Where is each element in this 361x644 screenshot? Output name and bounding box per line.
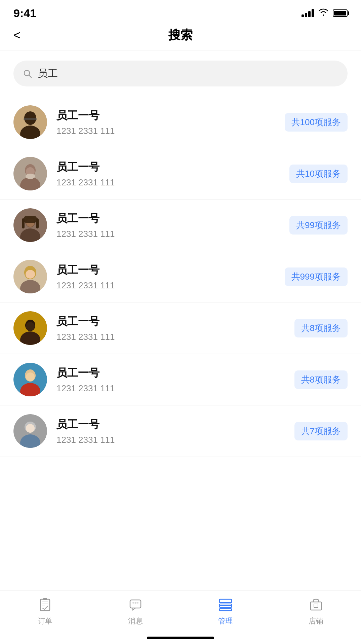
avatar (13, 414, 47, 448)
search-input[interactable]: 员工 (38, 67, 58, 80)
service-badge: 共8项服务 (294, 370, 348, 389)
employee-info: 员工一号 1231 2331 111 (56, 366, 294, 394)
nav-item-messages[interactable]: 消息 (90, 596, 181, 626)
employee-info: 员工一号 1231 2331 111 (56, 211, 289, 239)
employee-list: 员工一号 1231 2331 111 共100项服务 员工一号 1231 233… (0, 93, 361, 460)
avatar (13, 157, 47, 190)
svg-rect-48 (314, 604, 318, 607)
svg-rect-39 (130, 600, 141, 608)
employee-info: 员工一号 1231 2331 111 (56, 314, 294, 342)
status-time: 9:41 (13, 7, 36, 20)
avatar (13, 363, 47, 396)
nav-label-messages: 消息 (128, 616, 143, 626)
employee-phone: 1231 2331 111 (56, 229, 289, 239)
wifi-icon (318, 8, 329, 19)
list-item[interactable]: 员工一号 1231 2331 111 共7项服务 (0, 405, 361, 457)
messages-icon (127, 596, 144, 613)
signal-icon (302, 9, 314, 17)
svg-rect-47 (311, 602, 321, 610)
nav-item-orders[interactable]: 订单 (0, 596, 90, 626)
orders-icon (36, 596, 54, 613)
svg-rect-17 (22, 218, 25, 228)
back-button[interactable]: < (13, 28, 21, 42)
service-badge: 共99项服务 (289, 216, 348, 235)
avatar (13, 311, 47, 345)
svg-rect-16 (24, 216, 37, 223)
list-item[interactable]: 员工一号 1231 2331 111 共8项服务 (0, 302, 361, 354)
avatar (13, 208, 47, 242)
svg-line-1 (29, 75, 32, 77)
svg-point-30 (26, 372, 35, 381)
service-badge: 共10项服务 (289, 165, 348, 183)
list-item[interactable]: 员工一号 1231 2331 111 共8项服务 (0, 354, 361, 405)
employee-name: 员工一号 (56, 314, 294, 329)
nav-label-manage: 管理 (218, 616, 233, 626)
employee-phone: 1231 2331 111 (56, 383, 294, 394)
nav-label-shop: 店铺 (309, 616, 323, 626)
bottom-nav: 订单 消息 管理 店铺 (0, 590, 361, 644)
search-icon (23, 69, 32, 78)
svg-rect-45 (219, 609, 232, 611)
status-icons (302, 8, 348, 19)
employee-phone: 1231 2331 111 (56, 177, 289, 188)
service-badge: 共8项服务 (294, 319, 348, 337)
page-title: 搜索 (168, 27, 193, 43)
nav-item-shop[interactable]: 店铺 (271, 596, 361, 626)
svg-point-0 (24, 70, 30, 76)
svg-rect-18 (36, 218, 39, 228)
nav-item-manage[interactable]: 管理 (180, 596, 271, 626)
employee-name: 员工一号 (56, 160, 289, 175)
manage-icon (217, 596, 234, 613)
page-header: < 搜索 (0, 24, 361, 50)
svg-rect-43 (219, 599, 232, 603)
employee-phone: 1231 2331 111 (56, 332, 294, 342)
service-badge: 共999项服务 (285, 267, 348, 286)
employee-phone: 1231 2331 111 (56, 280, 285, 291)
employee-name: 员工一号 (56, 366, 294, 381)
list-item[interactable]: 员工一号 1231 2331 111 共99项服务 (0, 200, 361, 251)
employee-info: 员工一号 1231 2331 111 (56, 108, 285, 136)
employee-name: 员工一号 (56, 108, 285, 123)
avatar (13, 260, 47, 293)
service-badge: 共7项服务 (294, 422, 348, 440)
employee-name: 员工一号 (56, 263, 285, 278)
home-indicator (147, 637, 214, 639)
svg-point-34 (26, 424, 35, 433)
employee-phone: 1231 2331 111 (56, 435, 294, 445)
employee-info: 员工一号 1231 2331 111 (56, 263, 285, 291)
search-container: 员工 (0, 50, 361, 93)
svg-point-22 (26, 270, 35, 279)
employee-phone: 1231 2331 111 (56, 126, 285, 136)
svg-rect-6 (24, 118, 37, 120)
list-item[interactable]: 员工一号 1231 2331 111 共10项服务 (0, 148, 361, 200)
service-badge: 共100项服务 (285, 113, 348, 132)
list-item[interactable]: 员工一号 1231 2331 111 共100项服务 (0, 97, 361, 148)
shop-icon (307, 596, 325, 613)
employee-name: 员工一号 (56, 211, 289, 226)
svg-point-26 (26, 322, 35, 331)
nav-label-orders: 订单 (38, 616, 52, 626)
search-bar[interactable]: 员工 (13, 61, 348, 86)
svg-point-11 (26, 174, 35, 179)
employee-info: 员工一号 1231 2331 111 (56, 417, 294, 445)
employee-name: 员工一号 (56, 417, 294, 432)
employee-info: 员工一号 1231 2331 111 (56, 160, 289, 188)
status-bar: 9:41 (0, 0, 361, 24)
battery-icon (333, 9, 348, 17)
list-item[interactable]: 员工一号 1231 2331 111 共999项服务 (0, 251, 361, 302)
avatar (13, 105, 47, 139)
